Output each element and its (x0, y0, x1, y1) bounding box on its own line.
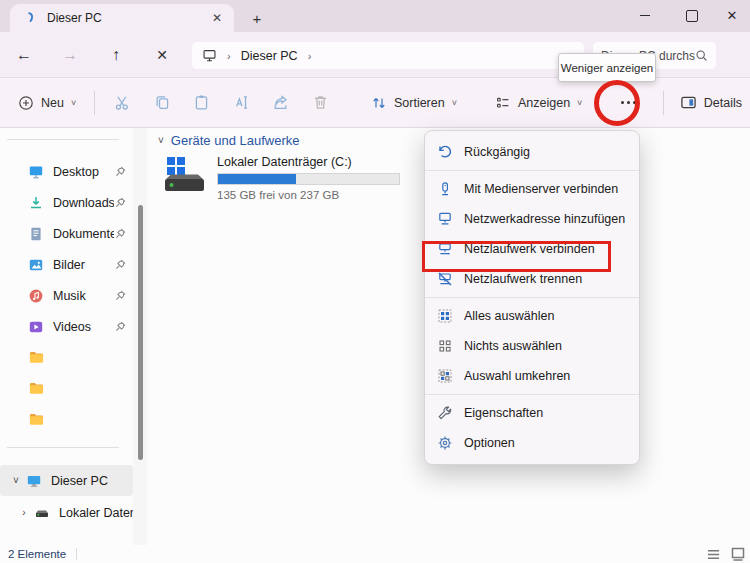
details-button[interactable]: Details (672, 88, 750, 117)
up-button[interactable]: ↑ (102, 42, 130, 68)
sidebar-item-downloads[interactable]: Downloads (0, 187, 133, 218)
pin-icon (114, 258, 127, 271)
sidebar-item-local-disk[interactable]: › Lokaler Datent (0, 497, 133, 528)
select-none-icon (437, 338, 453, 354)
stop-button[interactable]: ✕ (148, 42, 176, 68)
sidebar-divider (7, 447, 119, 448)
back-button[interactable]: ← (10, 42, 38, 68)
title-bar: Dieser PC ✕ + ✕ (0, 0, 750, 32)
copy-button[interactable] (146, 86, 179, 120)
local-disk-icon (162, 155, 206, 195)
sort-button-label: Sortieren (394, 96, 445, 110)
menu-item-map-network-drive[interactable]: Netzlaufwerk verbinden (425, 234, 639, 264)
sidebar-item-pictures[interactable]: Bilder (0, 249, 133, 280)
minimize-button[interactable] (625, 0, 665, 31)
folder-icon (28, 349, 45, 366)
share-button[interactable] (265, 86, 298, 120)
rename-button[interactable] (225, 86, 258, 120)
section-header-label: Geräte und Laufwerke (171, 133, 300, 148)
menu-item-properties[interactable]: Eigenschaften (425, 398, 639, 428)
menu-item-disconnect-network-drive[interactable]: Netzlaufwerk trennen (425, 264, 639, 294)
sidebar-item-folder[interactable] (0, 373, 133, 404)
maximize-icon (686, 10, 698, 22)
view-button-label: Anzeigen (518, 96, 570, 110)
chevron-right-icon[interactable]: › (16, 507, 32, 518)
new-button-label: Neu (41, 96, 64, 110)
menu-item-add-network-address[interactable]: Netzwerkadresse hinzufügen (425, 204, 639, 234)
documents-icon (28, 226, 44, 242)
section-header[interactable]: ˅ Geräte und Laufwerke (158, 133, 299, 148)
chevron-right-icon: › (308, 50, 312, 62)
menu-item-label: Eigenschaften (464, 406, 543, 420)
menu-item-media-server[interactable]: Mit Medienserver verbinden (425, 174, 639, 204)
media-server-icon (437, 181, 453, 197)
tab-close-icon[interactable]: ✕ (208, 9, 226, 27)
view-button[interactable]: Anzeigen ˅ (487, 89, 590, 117)
cut-button[interactable] (106, 86, 139, 120)
sidebar-item-label: Videos (53, 320, 114, 334)
tab-title: Dieser PC (47, 11, 208, 25)
sidebar-item-videos[interactable]: Videos (0, 311, 133, 342)
sidebar-item-folder[interactable] (0, 404, 133, 435)
more-button[interactable] (612, 86, 645, 120)
details-pane-icon (680, 94, 697, 111)
menu-item-invert-selection[interactable]: Auswahl umkehren (425, 361, 639, 391)
toolbar-divider (663, 91, 664, 115)
chevron-down-icon: ˅ (158, 135, 164, 146)
status-divider (76, 548, 77, 560)
paste-button[interactable] (185, 86, 218, 120)
folder-icon (28, 411, 45, 428)
menu-item-label: Nichts auswählen (464, 339, 562, 353)
large-icons-view-icon[interactable] (730, 547, 746, 561)
map-network-drive-icon (437, 241, 453, 257)
sidebar-item-this-pc[interactable]: ˅ Dieser PC (0, 465, 133, 496)
chevron-down-icon[interactable]: ˅ (8, 475, 24, 486)
chevron-right-icon: › (227, 50, 231, 62)
sidebar: Desktop Downloads Dokumente Bilder (0, 128, 133, 545)
drive-name: Lokaler Datenträger (C:) (217, 155, 400, 169)
menu-item-select-none[interactable]: Nichts auswählen (425, 331, 639, 361)
sort-button[interactable]: Sortieren ˅ (363, 89, 465, 117)
select-all-icon (437, 308, 453, 324)
sidebar-item-label: Bilder (53, 258, 114, 272)
menu-item-undo[interactable]: Rückgängig (425, 137, 639, 167)
options-icon (437, 435, 453, 451)
forward-button[interactable]: → (56, 42, 84, 68)
address-bar[interactable]: › Dieser PC › (192, 42, 584, 69)
breadcrumb-root[interactable]: Dieser PC (241, 49, 298, 63)
menu-item-label: Optionen (464, 436, 515, 450)
sidebar-item-documents[interactable]: Dokumente (0, 218, 133, 249)
tooltip: Weniger anzeigen (558, 53, 656, 82)
menu-item-label: Auswahl umkehren (464, 369, 570, 383)
invert-selection-icon (437, 368, 453, 384)
pin-icon (114, 289, 127, 302)
sidebar-item-label: Musik (53, 289, 114, 303)
sidebar-item-folder[interactable] (0, 342, 133, 373)
drive-item[interactable]: Lokaler Datenträger (C:) 135 GB frei von… (162, 155, 400, 201)
menu-item-options[interactable]: Optionen (425, 428, 639, 458)
chevron-down-icon: ˅ (577, 98, 582, 108)
sort-icon (371, 95, 387, 111)
new-tab-button[interactable]: + (246, 8, 268, 28)
delete-button[interactable] (304, 86, 337, 120)
menu-item-select-all[interactable]: Alles auswählen (425, 301, 639, 331)
menu-separator (425, 297, 639, 298)
pictures-icon (28, 257, 44, 273)
close-button[interactable]: ✕ (712, 0, 750, 31)
chevron-down-icon: ˅ (452, 98, 457, 108)
pin-icon (114, 320, 127, 333)
menu-separator (425, 170, 639, 171)
new-button[interactable]: Neu ˅ (10, 89, 84, 117)
folder-icon (28, 380, 45, 397)
view-icon (495, 95, 511, 111)
sidebar-item-desktop[interactable]: Desktop (0, 156, 133, 187)
pin-icon (114, 165, 127, 178)
sidebar-item-music[interactable]: Musik (0, 280, 133, 311)
rename-icon (233, 94, 250, 111)
sidebar-scrollbar-thumb[interactable] (138, 205, 143, 460)
explorer-tab[interactable]: Dieser PC ✕ (10, 4, 234, 32)
drive-usage-text: 135 GB frei von 237 GB (217, 189, 400, 201)
list-view-icon[interactable] (706, 548, 721, 561)
maximize-button[interactable] (672, 0, 712, 31)
undo-icon (437, 144, 453, 160)
